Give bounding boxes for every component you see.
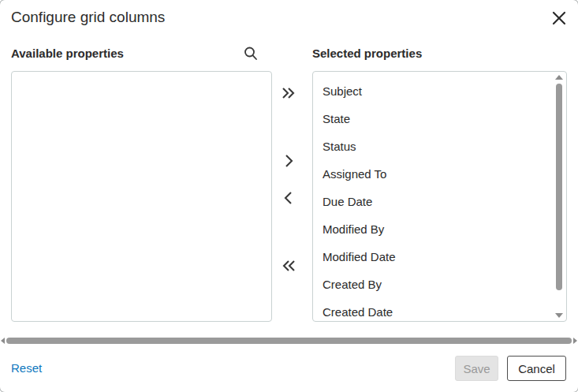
move-to-available-button[interactable] xyxy=(276,185,301,211)
dialog-configure-grid-columns: Configure grid columns Available propert… xyxy=(0,0,578,392)
list-item[interactable]: Due Date xyxy=(313,188,566,215)
list-item[interactable]: Subject xyxy=(313,77,566,105)
move-all-to-selected-button[interactable] xyxy=(276,80,301,106)
vertical-scrollbar-thumb[interactable] xyxy=(556,84,562,290)
horizontal-scrollbar[interactable] xyxy=(0,334,578,347)
reset-link[interactable]: Reset xyxy=(11,361,42,375)
search-button[interactable] xyxy=(241,43,261,64)
selected-list-vertical-scrollbar[interactable] xyxy=(552,73,566,320)
list-item[interactable]: Assigned To xyxy=(313,160,566,188)
scroll-right-arrow-icon[interactable] xyxy=(573,338,577,344)
close-icon xyxy=(552,11,566,25)
double-chevron-left-icon xyxy=(280,258,297,274)
list-item[interactable]: Status xyxy=(313,133,566,160)
move-all-to-available-button[interactable] xyxy=(276,253,301,278)
cancel-button[interactable]: Cancel xyxy=(507,356,566,381)
list-item[interactable]: Modified By xyxy=(313,215,566,243)
scroll-left-arrow-icon[interactable] xyxy=(1,338,5,344)
close-button[interactable] xyxy=(549,8,569,28)
save-button[interactable]: Save xyxy=(455,356,498,381)
list-item[interactable]: Modified Date xyxy=(313,243,566,271)
available-properties-label: Available properties xyxy=(11,47,124,60)
chevron-right-icon xyxy=(282,153,295,169)
horizontal-scrollbar-thumb[interactable] xyxy=(6,338,572,344)
list-item[interactable]: Created By xyxy=(313,271,566,298)
move-to-selected-button[interactable] xyxy=(276,148,301,174)
scroll-up-arrow-icon[interactable] xyxy=(555,75,563,80)
list-item[interactable]: Created Date xyxy=(313,298,566,322)
chevron-left-icon xyxy=(282,190,295,206)
scroll-down-arrow-icon[interactable] xyxy=(555,313,563,318)
selected-properties-label: Selected properties xyxy=(312,47,422,60)
list-item[interactable]: State xyxy=(313,105,566,133)
selected-properties-list[interactable]: SubjectStateStatusAssigned ToDue DateMod… xyxy=(312,71,567,322)
search-icon xyxy=(243,46,259,62)
dialog-title: Configure grid columns xyxy=(11,9,165,26)
available-properties-list[interactable] xyxy=(11,71,272,322)
double-chevron-right-icon xyxy=(280,85,297,101)
